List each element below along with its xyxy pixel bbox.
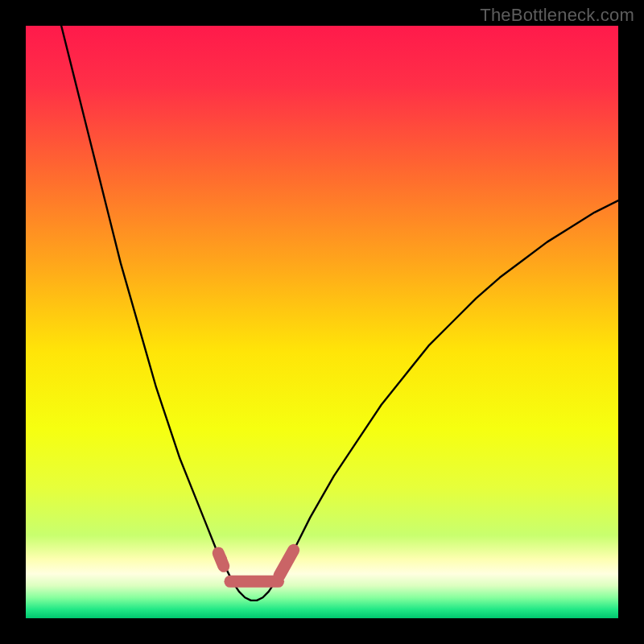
chart-frame: TheBottleneck.com	[0, 0, 644, 644]
curve-layer	[26, 26, 618, 618]
highlight-dot	[216, 553, 227, 564]
highlight-segment	[279, 550, 294, 576]
plot-area	[26, 26, 618, 618]
curve-bottom-highlight	[216, 550, 294, 581]
bottleneck-curve	[61, 26, 618, 601]
watermark-text: TheBottleneck.com	[480, 5, 634, 26]
